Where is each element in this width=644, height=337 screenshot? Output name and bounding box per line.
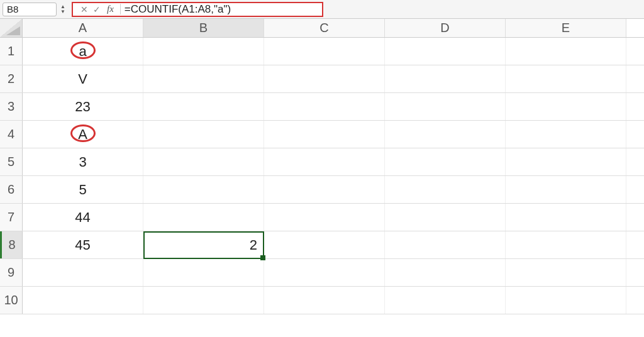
cell-B6[interactable] [143, 176, 264, 203]
cell-C1[interactable] [264, 38, 385, 65]
row-4: 4 A [0, 121, 644, 148]
col-header-E[interactable]: E [506, 19, 626, 37]
spreadsheet-grid: A B C D E 1 a 2 V 3 23 4 A [0, 19, 644, 314]
cell-D1[interactable] [385, 38, 506, 65]
cell-A3[interactable]: 23 [23, 93, 143, 120]
cell-B9[interactable] [143, 259, 264, 286]
select-all-corner[interactable] [0, 19, 23, 37]
fx-label[interactable]: fx [107, 4, 121, 14]
row-1: 1 a [0, 38, 644, 65]
col-header-B[interactable]: B [143, 19, 264, 37]
cell-C10[interactable] [264, 287, 385, 314]
row-header-2[interactable]: 2 [0, 65, 23, 92]
row-10: 10 [0, 287, 644, 314]
cell-D10[interactable] [385, 287, 506, 314]
cell-A9[interactable] [23, 259, 143, 286]
row-header-5[interactable]: 5 [0, 148, 23, 175]
cell-B2[interactable] [143, 65, 264, 92]
name-box-value: B8 [7, 4, 18, 14]
col-header-A[interactable]: A [23, 19, 143, 37]
formula-input[interactable]: =COUNTIF(A1:A8,"a") [125, 3, 317, 16]
cell-E7[interactable] [506, 204, 626, 231]
formula-bar[interactable]: ✕ ✓ fx =COUNTIF(A1:A8,"a") [72, 2, 323, 17]
cell-E4[interactable] [506, 121, 626, 148]
cell-D6[interactable] [385, 176, 506, 203]
cell-E5[interactable] [506, 148, 626, 175]
stepper-up-icon: ▲ [60, 4, 68, 9]
cell-B4[interactable] [143, 121, 264, 148]
column-headers: A B C D E [0, 19, 644, 38]
row-header-9[interactable]: 9 [0, 259, 23, 286]
col-header-D[interactable]: D [385, 19, 506, 37]
confirm-formula-icon[interactable]: ✓ [91, 4, 103, 14]
col-header-C[interactable]: C [264, 19, 385, 37]
cell-D7[interactable] [385, 204, 506, 231]
cell-B8[interactable]: 2 [143, 231, 264, 258]
row-2: 2 V [0, 65, 644, 93]
name-box-stepper[interactable]: ▲ ▼ [60, 4, 68, 14]
row-header-4[interactable]: 4 [0, 121, 23, 148]
row-header-7[interactable]: 7 [0, 204, 23, 231]
cell-E6[interactable] [506, 176, 626, 203]
cell-D4[interactable] [385, 121, 506, 148]
row-8: 8 45 2 [0, 231, 644, 259]
cell-D3[interactable] [385, 93, 506, 120]
cell-C7[interactable] [264, 204, 385, 231]
row-6: 6 5 [0, 176, 644, 204]
row-header-10[interactable]: 10 [0, 287, 23, 314]
cell-A8[interactable]: 45 [23, 231, 143, 258]
cell-C6[interactable] [264, 176, 385, 203]
cell-E1[interactable] [506, 38, 626, 65]
stepper-down-icon: ▼ [60, 9, 68, 14]
cell-C8[interactable] [264, 231, 385, 258]
cell-C2[interactable] [264, 65, 385, 92]
row-header-3[interactable]: 3 [0, 93, 23, 120]
cell-C3[interactable] [264, 93, 385, 120]
cell-E10[interactable] [506, 287, 626, 314]
name-box[interactable]: B8 [3, 3, 57, 16]
cell-A7[interactable]: 44 [23, 204, 143, 231]
formula-bar-row: B8 ▲ ▼ ✕ ✓ fx =COUNTIF(A1:A8,"a") [0, 0, 644, 19]
row-header-8[interactable]: 8 [0, 231, 23, 258]
cell-A5[interactable]: 3 [23, 148, 143, 175]
cell-A2[interactable]: V [23, 65, 143, 92]
cell-D2[interactable] [385, 65, 506, 92]
cell-B10[interactable] [143, 287, 264, 314]
row-header-1[interactable]: 1 [0, 38, 23, 65]
cell-E9[interactable] [506, 259, 626, 286]
cell-C4[interactable] [264, 121, 385, 148]
cell-B3[interactable] [143, 93, 264, 120]
cell-A6[interactable]: 5 [23, 176, 143, 203]
row-header-6[interactable]: 6 [0, 176, 23, 203]
row-9: 9 [0, 259, 644, 287]
row-5: 5 3 [0, 148, 644, 176]
cell-B7[interactable] [143, 204, 264, 231]
cancel-formula-icon[interactable]: ✕ [78, 4, 91, 14]
cell-A4[interactable]: A [23, 121, 143, 148]
row-7: 7 44 [0, 204, 644, 231]
cell-E3[interactable] [506, 93, 626, 120]
row-3: 3 23 [0, 93, 644, 121]
cell-B1[interactable] [143, 38, 264, 65]
cell-E2[interactable] [506, 65, 626, 92]
cell-D9[interactable] [385, 259, 506, 286]
cell-C9[interactable] [264, 259, 385, 286]
cell-D5[interactable] [385, 148, 506, 175]
cell-D8[interactable] [385, 231, 506, 258]
cell-A1[interactable]: a [23, 38, 143, 65]
cell-E8[interactable] [506, 231, 626, 258]
cell-B5[interactable] [143, 148, 264, 175]
cell-C5[interactable] [264, 148, 385, 175]
cell-A10[interactable] [23, 287, 143, 314]
